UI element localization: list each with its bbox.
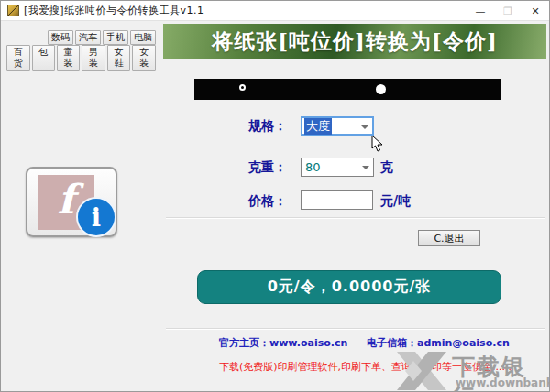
weight-dropdown[interactable]: 80 [301, 158, 374, 177]
category-car[interactable]: 汽车 [75, 30, 101, 45]
app-window: [我爱搜]纸张吨价与令价转换工具v1.1 — ❐ ✕ 数码 汽车 手机 电脑 百… [0, 0, 550, 392]
chevron-down-icon [361, 125, 368, 129]
spec-dropdown[interactable]: 大度 [301, 116, 374, 136]
info-letter: i [92, 205, 101, 230]
window-title: [我爱搜]纸张吨价与令价转换工具v1.1 [24, 4, 204, 17]
mouse-cursor [371, 135, 384, 153]
close-button[interactable]: ✕ [522, 1, 549, 21]
category-phone[interactable]: 手机 [103, 30, 128, 45]
category-bag[interactable]: 包 [32, 45, 55, 71]
price-input[interactable] [301, 190, 373, 210]
weight-selected-value: 80 [305, 160, 321, 174]
category-kids[interactable]: 童装 [57, 45, 81, 71]
chevron-down-icon [362, 166, 369, 169]
watermark: 下载银行 www.downbank.cn [395, 351, 549, 391]
email-link[interactable]: 电子信箱：admin@oaiso.cn [367, 336, 510, 350]
banner-title: 将纸张[吨位价]转换为[令价] [212, 27, 498, 56]
watermark-x-icon [395, 352, 448, 390]
category-shoes[interactable]: 女鞋 [107, 45, 131, 71]
divider [166, 217, 544, 219]
weight-unit: 克 [380, 159, 393, 176]
flash-placeholder[interactable]: f i [26, 167, 117, 237]
result-bar: 0元/令，0.0000元/张 [197, 270, 501, 304]
price-label: 价格： [212, 193, 287, 210]
info-icon[interactable]: i [76, 197, 116, 237]
watermark-url: www.downbank.cn [456, 376, 550, 389]
category-general[interactable]: 百货 [6, 45, 30, 71]
category-digital[interactable]: 数码 [48, 30, 73, 45]
price-unit: 元/吨 [380, 193, 411, 210]
mode-bar [194, 79, 501, 100]
maximize-button: ❐ [494, 1, 522, 21]
spec-label: 规格： [212, 118, 287, 135]
radio-option-2[interactable] [376, 84, 386, 94]
exit-button[interactable]: C.退出 [418, 230, 480, 246]
flash-letter: f [58, 180, 75, 220]
homepage-link[interactable]: 官方主页：www.oaiso.cn [219, 336, 347, 350]
result-text: 0元/令，0.0000元/张 [268, 278, 432, 297]
divider [166, 328, 544, 330]
title-bar: [我爱搜]纸张吨价与令价转换工具v1.1 — ❐ ✕ [1, 1, 549, 21]
radio-option-1[interactable] [239, 84, 246, 91]
category-computer[interactable]: 电脑 [130, 30, 156, 45]
spec-selected-value: 大度 [304, 118, 332, 135]
header-banner: 将纸张[吨位价]转换为[令价] [163, 24, 546, 59]
category-row-1: 数码 汽车 手机 电脑 [6, 30, 156, 45]
weight-label: 克重： [212, 159, 287, 176]
minimize-button[interactable]: — [467, 1, 494, 21]
app-icon [7, 5, 19, 16]
category-men[interactable]: 男装 [82, 45, 105, 71]
category-women[interactable]: 女装 [132, 45, 156, 71]
category-row-2: 百货 包 童装 男装 女鞋 女装 [6, 45, 156, 71]
